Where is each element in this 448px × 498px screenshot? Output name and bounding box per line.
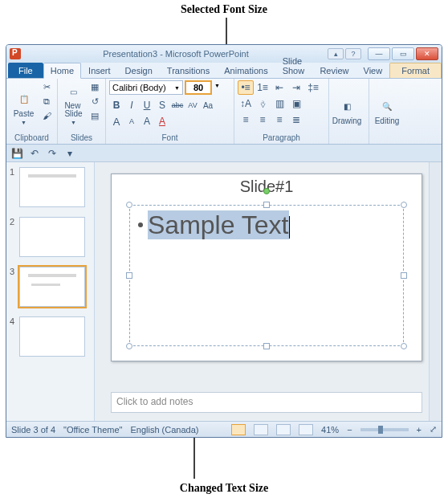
thumb-row[interactable]: 4 bbox=[10, 316, 91, 357]
align-text-button[interactable]: ⎀ bbox=[255, 96, 271, 111]
dropdown-icon[interactable]: ▼ bbox=[214, 83, 220, 95]
new-slide-button[interactable]: ▭ New Slide ▼ bbox=[61, 80, 86, 125]
align-vert-icon: ⎀ bbox=[260, 98, 266, 109]
close-button[interactable]: ✕ bbox=[416, 47, 438, 60]
notes-pane[interactable]: Click to add notes bbox=[111, 392, 422, 413]
zoom-slider[interactable] bbox=[360, 428, 409, 431]
layout-button[interactable]: ▦ bbox=[88, 80, 102, 93]
indent-dec-button[interactable]: ⇤ bbox=[271, 80, 287, 95]
vertical-scrollbar[interactable] bbox=[429, 162, 442, 421]
undo-button[interactable]: ↶ bbox=[27, 147, 42, 160]
slide-thumbnail[interactable] bbox=[19, 217, 85, 257]
save-button[interactable]: 💾 bbox=[10, 147, 24, 160]
font-color-button[interactable]: A bbox=[155, 114, 169, 129]
thumb-row[interactable]: 3 bbox=[10, 267, 91, 307]
text-frame[interactable]: Sample Text bbox=[129, 205, 404, 346]
slideshow-view-button[interactable] bbox=[299, 424, 313, 435]
zoom-level[interactable]: 41% bbox=[321, 425, 339, 435]
text-direction-button[interactable]: ↕A bbox=[238, 96, 254, 111]
slide-canvas[interactable]: Slide#1 Sample Text bbox=[111, 173, 422, 361]
redo-button[interactable]: ↷ bbox=[45, 147, 59, 160]
zoom-in-button[interactable]: + bbox=[417, 425, 422, 435]
strike-button[interactable]: abc bbox=[170, 98, 185, 112]
zoom-out-button[interactable]: − bbox=[347, 425, 352, 435]
smartart-button[interactable]: ▣ bbox=[288, 96, 304, 111]
slide-thumbnail[interactable] bbox=[19, 167, 85, 207]
qat-more-button[interactable]: ▾ bbox=[63, 147, 77, 160]
italic-button[interactable]: I bbox=[124, 98, 139, 112]
group-font-label: Font bbox=[109, 133, 230, 144]
sorter-view-button[interactable] bbox=[254, 424, 268, 435]
paste-button[interactable]: 📋 Paste ▼ bbox=[10, 80, 38, 125]
status-language[interactable]: English (Canada) bbox=[130, 425, 198, 435]
tab-home[interactable]: Home bbox=[43, 63, 81, 79]
shrink-font-button[interactable]: A bbox=[124, 114, 139, 129]
section-icon: ▤ bbox=[91, 111, 99, 121]
font-size-combo[interactable]: 80 bbox=[185, 80, 212, 95]
cut-button[interactable]: ✂ bbox=[39, 80, 54, 93]
align-left-button[interactable]: ≡ bbox=[238, 112, 254, 127]
drawing-button[interactable]: ◧Drawing bbox=[332, 80, 361, 125]
tab-design[interactable]: Design bbox=[118, 63, 160, 78]
copy-button[interactable]: ⧉ bbox=[39, 95, 54, 108]
zoom-slider-thumb[interactable] bbox=[378, 426, 383, 434]
slide-stage[interactable]: Slide#1 Sample Text Click to add notes bbox=[95, 162, 442, 421]
columns-button[interactable]: ▥ bbox=[271, 96, 287, 111]
thumb-number: 4 bbox=[10, 316, 16, 326]
line-spacing-button[interactable]: ‡≡ bbox=[305, 80, 321, 95]
thumb-row[interactable]: 2 bbox=[10, 217, 91, 257]
cut-icon: ✂ bbox=[43, 82, 51, 92]
tab-insert[interactable]: Insert bbox=[81, 63, 118, 78]
resize-handle[interactable] bbox=[401, 272, 407, 279]
tab-view[interactable]: View bbox=[356, 63, 390, 78]
align-center-button[interactable]: ≡ bbox=[255, 112, 271, 127]
minimize-button[interactable]: — bbox=[368, 47, 390, 60]
maximize-button[interactable]: ▭ bbox=[392, 47, 414, 60]
sample-text[interactable]: Sample Text bbox=[138, 210, 290, 240]
justify-button[interactable]: ≣ bbox=[288, 112, 304, 127]
shadow-button[interactable]: S bbox=[155, 98, 169, 112]
tab-file[interactable]: File bbox=[8, 63, 43, 78]
rotation-handle[interactable] bbox=[263, 188, 270, 194]
bullets-button[interactable]: •≡ bbox=[238, 80, 254, 95]
slide-thumbnail-selected[interactable] bbox=[19, 267, 85, 307]
tab-slideshow[interactable]: Slide Show bbox=[275, 53, 313, 78]
status-slide-counter: Slide 3 of 4 bbox=[11, 425, 55, 435]
underline-button[interactable]: U bbox=[140, 98, 154, 112]
ribbon-minimize-button[interactable]: ▴ bbox=[328, 48, 344, 59]
bold-button[interactable]: B bbox=[109, 98, 124, 112]
reading-view-button[interactable] bbox=[276, 424, 291, 435]
spacing-button[interactable]: AV bbox=[185, 98, 200, 112]
format-painter-button[interactable]: 🖌 bbox=[39, 109, 54, 122]
tab-transitions[interactable]: Transitions bbox=[160, 63, 217, 78]
resize-handle[interactable] bbox=[126, 272, 132, 279]
numbering-button[interactable]: 1≡ bbox=[255, 80, 271, 95]
clear-format-button[interactable]: A bbox=[140, 114, 154, 129]
resize-handle[interactable] bbox=[263, 343, 270, 349]
resize-handle[interactable] bbox=[126, 202, 132, 208]
change-case-button[interactable]: Aa bbox=[201, 98, 215, 112]
thumb-row[interactable]: 1 bbox=[10, 167, 91, 207]
resize-handle[interactable] bbox=[263, 202, 270, 208]
indent-inc-button[interactable]: ⇥ bbox=[288, 80, 304, 95]
slide-thumbnails-pane[interactable]: 1 2 3 4 bbox=[6, 162, 95, 421]
tab-format[interactable]: Format bbox=[389, 63, 442, 78]
fit-window-button[interactable]: ⤢ bbox=[430, 424, 437, 435]
editing-button[interactable]: 🔍Editing bbox=[373, 80, 401, 125]
tab-review[interactable]: Review bbox=[312, 63, 356, 78]
resize-handle[interactable] bbox=[126, 343, 132, 349]
title-bar[interactable]: Presentation3 - Microsoft PowerPoint ▴ ?… bbox=[6, 45, 442, 63]
tab-animations[interactable]: Animations bbox=[217, 63, 275, 78]
section-button[interactable]: ▤ bbox=[88, 109, 102, 122]
normal-view-button[interactable] bbox=[231, 424, 246, 435]
indent-icon: ⇥ bbox=[292, 82, 300, 93]
status-theme: "Office Theme" bbox=[63, 425, 122, 435]
reset-button[interactable]: ↺ bbox=[88, 95, 102, 108]
slide-thumbnail[interactable] bbox=[19, 316, 85, 357]
help-button[interactable]: ? bbox=[345, 48, 361, 59]
align-right-button[interactable]: ≡ bbox=[271, 112, 287, 127]
resize-handle[interactable] bbox=[401, 202, 407, 208]
font-name-combo[interactable]: Calibri (Body)▼ bbox=[109, 80, 183, 95]
grow-font-button[interactable]: A bbox=[109, 114, 124, 129]
resize-handle[interactable] bbox=[401, 343, 407, 349]
